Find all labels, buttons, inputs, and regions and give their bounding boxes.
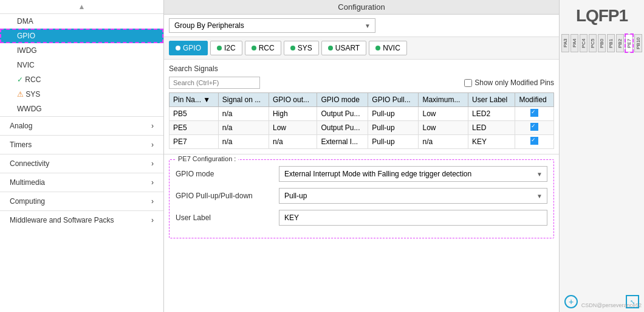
cell-5: n/a: [419, 135, 468, 149]
signal-area: Search Signals Show only Modified Pins P…: [164, 60, 559, 154]
pin-label: PE7: [625, 34, 633, 52]
cell-2: High: [269, 107, 317, 121]
chevron-right-icon: ›: [151, 122, 154, 130]
user-label-row: User Label: [176, 210, 547, 226]
tabs-row: GPIO I2C RCC SYS USART NVIC: [164, 37, 559, 60]
gpio-mode-row: GPIO mode External Interrupt Mode with F…: [176, 166, 547, 182]
chevron-right-icon: ›: [151, 178, 154, 187]
tab-i2c-dot: [217, 46, 222, 50]
tab-sys-dot: [290, 46, 295, 50]
tab-nvic[interactable]: NVIC: [369, 41, 407, 55]
cell-2: Low: [269, 121, 317, 135]
cell-0: PB5: [170, 107, 219, 121]
lqfp-title: LQFP1: [574, 0, 630, 32]
gpio-mode-select[interactable]: External Interrupt Mode with Falling edg…: [279, 166, 547, 182]
sidebar-section-multimedia[interactable]: Multimedia ›: [0, 173, 163, 192]
user-label-input[interactable]: [279, 210, 547, 226]
cell-0: PE7: [170, 135, 219, 149]
cell-1: n/a: [218, 107, 269, 121]
pin-label: PC4: [580, 34, 587, 52]
sidebar-item-gpio[interactable]: GPIO: [0, 29, 163, 43]
pin-label: PB1: [607, 34, 615, 52]
cell-0: PE5: [170, 121, 219, 135]
user-label-label: User Label: [176, 213, 279, 222]
main-panel: Configuration Group By Peripherals GPIO …: [164, 0, 559, 312]
cell-modified: [515, 121, 554, 135]
cell-1: n/a: [218, 121, 269, 135]
tab-usart-dot: [328, 46, 333, 50]
pin-label: PB10: [634, 34, 642, 52]
gpio-pull-select-wrapper: Pull-up: [279, 188, 547, 204]
tab-nvic-label: NVIC: [383, 44, 400, 52]
tab-rcc-label: RCC: [259, 44, 275, 52]
sidebar-item-nvic[interactable]: NVIC: [0, 58, 163, 72]
tab-sys-label: SYS: [298, 44, 312, 52]
sidebar-item-rcc[interactable]: ✓ RCC: [0, 72, 163, 87]
tab-sys[interactable]: SYS: [284, 41, 319, 55]
col-gpio-pull: GPIO Pull...: [368, 93, 419, 107]
pe7-config-title: PE7 Configuration :: [176, 155, 238, 162]
cell-4: Pull-up: [368, 121, 419, 135]
sidebar-item-iwdg[interactable]: IWDG: [0, 43, 163, 58]
cell-4: Pull-up: [368, 107, 419, 121]
tab-nvic-dot: [375, 46, 380, 50]
config-title: Configuration: [164, 0, 559, 15]
chevron-right-icon: ›: [151, 197, 154, 206]
add-icon[interactable]: +: [564, 295, 578, 308]
sidebar-section-connectivity-label: Connectivity: [10, 159, 49, 168]
cell-1: n/a: [218, 135, 269, 149]
tab-gpio-label: GPIO: [183, 44, 201, 52]
tab-gpio-dot: [176, 46, 180, 50]
search-input[interactable]: [169, 77, 260, 89]
sidebar-item-dma[interactable]: DMA: [0, 14, 163, 29]
sidebar-section-timers-label: Timers: [10, 140, 32, 149]
tab-rcc[interactable]: RCC: [245, 41, 281, 55]
gpio-mode-label: GPIO mode: [176, 170, 279, 178]
cell-2: n/a: [269, 135, 317, 149]
sidebar-section-analog[interactable]: Analog ›: [0, 116, 163, 135]
scroll-up-arrow[interactable]: ▲: [0, 0, 163, 14]
bottom-icons: + ⤡: [560, 291, 644, 312]
cell-5: Low: [419, 121, 468, 135]
table-row: PE5n/aLowOutput Pu...Pull-upLowLED: [170, 121, 554, 135]
tab-i2c-label: I2C: [224, 44, 236, 52]
sidebar-section-connectivity[interactable]: Connectivity ›: [0, 154, 163, 173]
show-modified-checkbox[interactable]: [464, 79, 472, 87]
sidebar: ▲ DMA GPIO IWDG NVIC ✓ RCC ⚠ SYS WWDG An…: [0, 0, 164, 312]
group-select-wrapper: Group By Peripherals: [169, 18, 375, 33]
group-by-select[interactable]: Group By Peripherals: [169, 18, 375, 33]
sidebar-section-computing[interactable]: Computing ›: [0, 192, 163, 210]
cell-6: LED2: [468, 107, 515, 121]
pin-labels-area: PA3PA4PC4PC5PB0PB1PB2PE7PB10: [559, 32, 644, 52]
sidebar-item-wwdg[interactable]: WWDG: [0, 102, 163, 116]
chevron-right-icon: ›: [151, 159, 154, 168]
search-signals-title: Search Signals: [169, 64, 554, 73]
pin-label: PA4: [570, 34, 578, 52]
tab-usart-label: USART: [335, 44, 360, 52]
col-maximum: Maximum...: [419, 93, 468, 107]
sidebar-section-middleware[interactable]: Middleware and Software Packs ›: [0, 210, 163, 229]
sidebar-section-multimedia-label: Multimedia: [10, 178, 45, 187]
cell-4: Pull-up: [368, 135, 419, 149]
cell-6: KEY: [468, 135, 515, 149]
sidebar-section-timers[interactable]: Timers ›: [0, 135, 163, 154]
table-row: PB5n/aHighOutput Pu...Pull-upLowLED2: [170, 107, 554, 121]
pin-label: PA3: [561, 34, 569, 52]
cell-modified: [515, 135, 554, 149]
toolbar: Group By Peripherals: [164, 15, 559, 37]
tab-rcc-dot: [252, 46, 256, 50]
cell-5: Low: [419, 107, 468, 121]
cell-6: LED: [468, 121, 515, 135]
tab-i2c[interactable]: I2C: [210, 41, 242, 55]
signal-table: Pin Na... ▼ Signal on ... GPIO out... GP…: [169, 92, 554, 149]
col-signal: Signal on ...: [218, 93, 269, 107]
tab-gpio[interactable]: GPIO: [169, 41, 208, 55]
tab-usart[interactable]: USART: [321, 41, 366, 55]
gpio-pull-select[interactable]: Pull-up: [279, 188, 547, 204]
gpio-pull-row: GPIO Pull-up/Pull-down Pull-up: [176, 188, 547, 204]
sidebar-item-sys[interactable]: ⚠ SYS: [0, 87, 163, 102]
sidebar-section-computing-label: Computing: [10, 197, 45, 206]
col-pin-name: Pin Na... ▼: [170, 93, 219, 107]
pin-label: PB2: [616, 34, 624, 52]
gpio-pull-label: GPIO Pull-up/Pull-down: [176, 192, 279, 200]
